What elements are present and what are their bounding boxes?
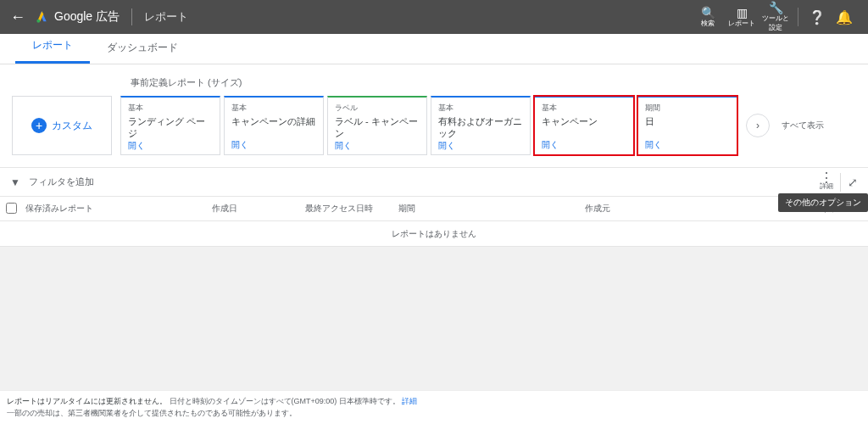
card-open-link[interactable]: 開く: [335, 140, 420, 152]
notifications-button[interactable]: 🔔: [836, 9, 853, 25]
predefined-card-4[interactable]: 基本キャンペーン開く: [534, 96, 634, 155]
card-title: 日: [645, 115, 730, 139]
card-category: 基本: [542, 103, 626, 114]
tabbar: レポート ダッシュボード: [0, 34, 868, 64]
tab-reports[interactable]: レポート: [15, 38, 90, 64]
plus-icon: +: [31, 118, 47, 133]
scroll-next-button[interactable]: ›: [746, 114, 770, 137]
card-open-link[interactable]: 開く: [542, 139, 626, 151]
col-created[interactable]: 作成日: [209, 203, 302, 215]
predefined-strip: 事前定義レポート (サイズ) + カスタム 基本ランディング ページ開く基本キャ…: [0, 64, 868, 167]
card-title: ランディング ページ: [128, 115, 213, 140]
help-button[interactable]: ❔: [809, 9, 826, 25]
chevron-right-icon: ›: [756, 120, 760, 131]
add-filter-button[interactable]: フィルタを追加: [29, 176, 94, 188]
card-title: 有料およびオーガニック: [438, 115, 523, 140]
header-tools-button[interactable]: 🔧 ツールと 設定: [759, 2, 793, 32]
card-title: キャンペーン: [542, 115, 626, 139]
google-ads-icon: [36, 10, 49, 24]
col-range[interactable]: 期間: [395, 203, 581, 215]
card-category: 基本: [438, 103, 523, 114]
header-separator: [798, 8, 798, 26]
select-all-checkbox[interactable]: [6, 203, 17, 214]
filter-separator: [840, 173, 841, 192]
reports-table-empty: レポートはありません: [0, 221, 868, 247]
show-all-button[interactable]: すべて表示: [782, 120, 824, 131]
predefined-strip-title: 事前定義レポート (サイズ): [131, 76, 856, 89]
more-options-tooltip: その他のオプション: [778, 193, 868, 212]
card-open-link[interactable]: 開く: [128, 140, 213, 152]
card-category: 基本: [231, 103, 316, 114]
card-category: 期間: [645, 103, 730, 114]
brand-text: Google 広告: [54, 9, 120, 25]
search-icon: 🔍: [701, 7, 715, 19]
more-options-button[interactable]: ⋮ 詳細: [820, 174, 833, 191]
expand-button[interactable]: ⤢: [848, 176, 858, 189]
custom-report-card[interactable]: + カスタム: [12, 96, 112, 155]
predefined-card-5[interactable]: 期間日開く: [637, 96, 737, 155]
card-open-link[interactable]: 開く: [438, 140, 523, 152]
header-reports-button[interactable]: ▥ レポート: [725, 7, 759, 28]
predefined-card-1[interactable]: 基本キャンペーンの詳細開く: [224, 96, 324, 155]
header-reports-label: レポート: [728, 19, 755, 28]
tab-dashboards[interactable]: ダッシュボード: [90, 41, 195, 64]
more-options-label: 詳細: [820, 182, 833, 191]
kebab-icon: ⋮: [820, 174, 833, 182]
col-accessed[interactable]: 最終アクセス日時: [302, 203, 395, 215]
col-name[interactable]: 保存済みレポート: [22, 203, 209, 215]
card-category: 基本: [128, 103, 213, 114]
card-open-link[interactable]: 開く: [645, 139, 730, 151]
brand-logo[interactable]: Google 広告: [36, 9, 120, 25]
header-section-title: レポート: [144, 9, 188, 25]
header-search-label: 検索: [701, 19, 715, 28]
predefined-card-3[interactable]: 基本有料およびオーガニック開く: [431, 96, 531, 155]
wrench-icon: 🔧: [769, 2, 783, 14]
filter-icon: ▼: [10, 176, 20, 188]
reports-table-header: 保存済みレポート 作成日 最終アクセス日時 期間 作成元 スケジュール: [0, 196, 868, 221]
header-divider: [131, 8, 132, 25]
card-open-link[interactable]: 開く: [231, 139, 316, 151]
header-tools-label: ツールと 設定: [762, 14, 789, 32]
predefined-card-2[interactable]: ラベルラベル - キャンペーン開く: [327, 96, 427, 155]
chart-icon: ▥: [737, 7, 748, 19]
header-search-button[interactable]: 🔍 検索: [691, 7, 725, 28]
card-title: ラベル - キャンペーン: [335, 115, 420, 140]
card-category: ラベル: [335, 103, 420, 114]
bell-icon: 🔔: [836, 10, 853, 25]
custom-report-label: カスタム: [52, 119, 92, 133]
back-button[interactable]: ←: [10, 8, 25, 26]
app-header: ← Google 広告 レポート 🔍 検索 ▥ レポート 🔧 ツールと 設定 ❔…: [0, 0, 868, 34]
card-title: キャンペーンの詳細: [231, 115, 316, 139]
svg-point-0: [36, 20, 40, 23]
predefined-card-0[interactable]: 基本ランディング ページ開く: [120, 96, 220, 155]
filter-bar: ▼ フィルタを追加 ⋮ 詳細 ⤢ その他のオプション: [0, 167, 868, 196]
col-creator[interactable]: 作成元: [581, 203, 760, 215]
help-icon: ❔: [809, 10, 826, 25]
